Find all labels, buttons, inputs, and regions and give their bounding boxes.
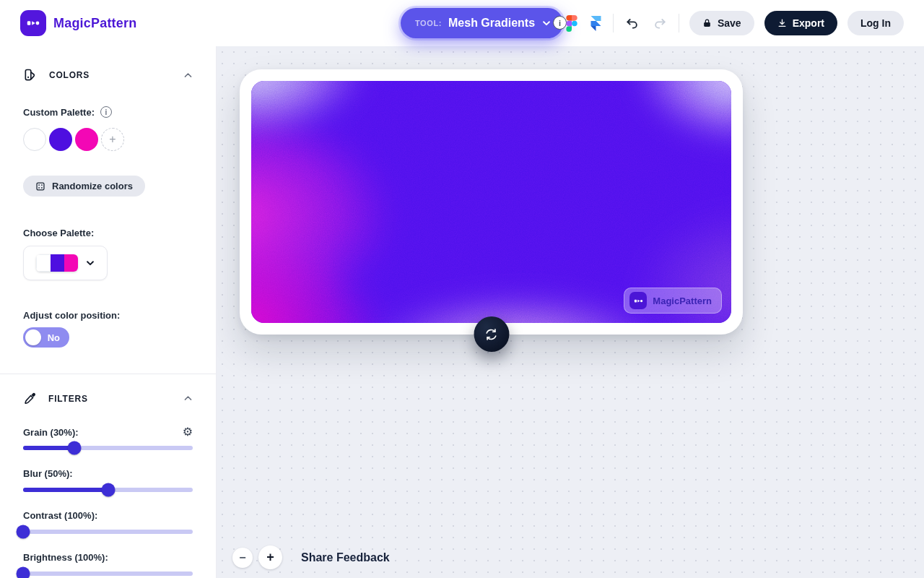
export-button[interactable]: Export — [764, 11, 837, 35]
custom-palette-info-icon[interactable]: i — [100, 106, 112, 118]
palette-seg-white — [36, 254, 51, 272]
palette-seg-purple — [51, 254, 64, 272]
watermark-text: MagicPattern — [653, 296, 712, 306]
download-icon — [777, 18, 787, 28]
contrast-slider[interactable] — [23, 525, 193, 538]
brightness-slider-group: Brightness (100%): — [23, 551, 193, 578]
framer-icon[interactable] — [589, 14, 603, 33]
swatch-magenta[interactable] — [75, 128, 98, 151]
custom-palette-swatches: + — [23, 128, 193, 151]
magicpattern-logo-icon — [20, 10, 46, 36]
redo-icon[interactable] — [651, 14, 668, 32]
toggle-knob — [25, 329, 41, 345]
palette-select-dropdown[interactable] — [23, 246, 108, 280]
chevron-down-icon — [85, 258, 95, 268]
minus-icon: − — [239, 551, 245, 564]
watermark-badge: MagicPattern — [624, 288, 722, 314]
blur-label: Blur (50%): — [23, 468, 73, 479]
randomize-colors-button[interactable]: Randomize colors — [23, 176, 145, 197]
divider — [613, 14, 614, 33]
collapse-chevron-icon[interactable] — [183, 71, 193, 80]
login-label: Log In — [860, 17, 891, 29]
palette-seg-magenta — [64, 254, 78, 272]
adjust-color-position-label: Adjust color position: — [23, 310, 193, 321]
share-feedback-link[interactable]: Share Feedback — [301, 551, 390, 564]
blur-slider[interactable] — [23, 483, 193, 496]
brand-logo[interactable]: MagicPattern — [20, 10, 136, 36]
colors-section-title: COLORS — [49, 70, 183, 80]
brightness-label: Brightness (100%): — [23, 552, 108, 563]
adjust-position-toggle[interactable]: No — [23, 327, 69, 348]
settings-sidebar: COLORS Custom Palette: i + Randomize col… — [0, 46, 217, 578]
add-swatch-button[interactable]: + — [101, 128, 124, 151]
magicpattern-logo-icon — [629, 292, 647, 309]
contrast-label: Contrast (100%): — [23, 510, 97, 521]
brand-name: MagicPattern — [53, 16, 136, 31]
eyedropper-icon — [23, 392, 37, 405]
app-header: MagicPattern TOOL: Mesh Gradients i Save — [0, 0, 924, 46]
export-label: Export — [793, 17, 824, 29]
choose-palette-label: Choose Palette: — [23, 228, 193, 238]
regenerate-button[interactable] — [474, 316, 509, 352]
gear-icon[interactable]: ⚙ — [183, 426, 193, 438]
section-divider — [0, 374, 216, 374]
toggle-value: No — [48, 332, 60, 343]
filters-section-title: FILTERS — [48, 394, 183, 404]
undo-icon[interactable] — [624, 14, 641, 32]
tool-selector-dropdown[interactable]: TOOL: Mesh Gradients — [401, 8, 563, 38]
mesh-gradient-artwork[interactable]: MagicPattern — [251, 81, 731, 323]
canvas-bottom-bar: − + Share Feedback — [232, 545, 390, 569]
dice-icon — [35, 181, 45, 191]
contrast-slider-group: Contrast (100%): — [23, 509, 193, 538]
zoom-in-button[interactable]: + — [258, 545, 282, 569]
randomize-label: Randomize colors — [52, 181, 133, 191]
lock-icon — [702, 18, 712, 28]
save-button[interactable]: Save — [689, 11, 754, 35]
brightness-slider[interactable] — [23, 567, 193, 578]
refresh-icon — [484, 327, 499, 342]
collapse-chevron-icon[interactable] — [183, 394, 193, 403]
login-button[interactable]: Log In — [847, 11, 904, 35]
custom-palette-label: Custom Palette: — [23, 107, 95, 118]
figma-icon[interactable] — [565, 14, 579, 33]
grain-label: Grain (30%): — [23, 427, 79, 438]
swatch-white[interactable] — [23, 128, 46, 151]
grain-slider[interactable] — [23, 441, 193, 454]
divider — [679, 14, 679, 33]
swatch-book-icon — [23, 68, 38, 82]
colors-section-header[interactable]: COLORS — [23, 68, 193, 82]
plus-icon: + — [109, 133, 116, 146]
grain-noise-overlay — [251, 81, 731, 323]
tool-prefix-label: TOOL: — [415, 19, 442, 27]
filters-section-header[interactable]: FILTERS — [23, 392, 193, 405]
swatch-purple[interactable] — [49, 128, 72, 151]
blur-slider-group: Blur (50%): — [23, 467, 193, 496]
grain-slider-group: Grain (30%): ⚙ — [23, 426, 193, 454]
save-label: Save — [718, 17, 741, 29]
tool-name-label: Mesh Gradients — [448, 17, 535, 30]
plus-icon: + — [266, 550, 274, 565]
palette-preview — [36, 254, 78, 272]
gradient-preview-card: MagicPattern — [240, 69, 743, 335]
zoom-out-button[interactable]: − — [232, 548, 253, 568]
canvas-area: MagicPattern − + Share Feedback — [217, 46, 924, 578]
chevron-down-icon — [541, 18, 552, 28]
